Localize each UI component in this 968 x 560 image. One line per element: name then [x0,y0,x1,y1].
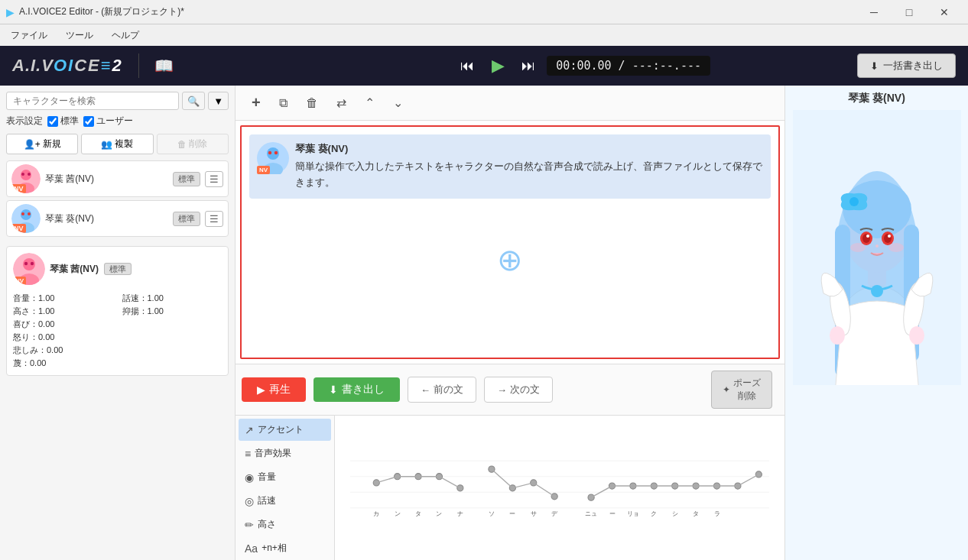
logo: A.I.VOICE≡2 [12,56,123,76]
svg-text:リョ: リョ [627,510,639,517]
character-svg [793,110,961,385]
prev-sentence-button[interactable]: ← 前の文 [408,377,476,403]
volume-tab-label: 音量 [258,471,276,484]
bottom-char-avatar: NV [13,253,45,285]
param-contempt: 蔑：0.00 [13,358,113,369]
timecode-display: 00:00.00 / ---:--.--- [547,56,710,76]
character-search-input[interactable] [6,92,179,110]
pause-label: ポーズ削除 [733,377,761,403]
svg-text:ー: ー [509,510,515,517]
add-line-button[interactable]: + [245,90,268,115]
add-script-line-button[interactable]: ⊕ [495,244,525,275]
move-down-button[interactable]: ⌄ [386,92,410,114]
maximize-button[interactable]: □ [892,0,927,24]
param-volume: 音量：1.00 [13,293,113,304]
script-area[interactable]: NV 琴葉 葵(NV) 簡単な操作で入力したテキストをキャラクターの自然な音声合… [240,125,780,359]
titlebar-controls: ─ □ ✕ [856,0,962,24]
export-line-button[interactable]: ⇄ [330,92,353,114]
batch-export-button[interactable]: ⬇ 一括書き出し [857,53,956,78]
character-display-name: 琴葉 葵(NV) [848,92,905,105]
play-transport-button[interactable]: ▶ [486,53,510,78]
trash-icon: 🗑 [177,139,187,150]
tab-phoneme[interactable]: Aa +n+相 [239,537,331,559]
prev-label: 前の文 [434,383,463,397]
titlebar: ▶ A.I.VOICE2 Editor - (新規プロジェクト)* ─ □ ✕ [0,0,968,24]
dropdown-button[interactable]: ▼ [208,92,229,110]
script-line-text-0[interactable]: 簡単な操作で入力したテキストをキャラクターの自然な音声合成で読み上げ、音声ファイ… [295,159,763,191]
write-button[interactable]: ⬇ 書き出し [313,377,400,402]
param-anger2 [122,332,223,343]
sound-effect-icon: ≡ [245,448,251,460]
copy-line-button[interactable]: ⧉ [272,92,294,114]
svg-text:ニュ: ニュ [585,510,597,517]
tab-volume[interactable]: ◉ 音量 [239,466,331,488]
tab-speed[interactable]: ◎ 話速 [239,490,331,512]
pitch-tab-label: 高さ [258,518,276,531]
bottom-char-name-container: 琴葉 茜(NV) 標準 [50,263,132,276]
close-button[interactable]: ✕ [927,0,962,24]
script-line-char-0: 琴葉 葵(NV) [295,142,763,156]
bottom-char-header: NV 琴葉 茜(NV) 標準 [13,253,222,285]
svg-text:ン: ン [436,510,442,517]
character-badge-aoi: 標準 [173,212,200,226]
user-checkbox[interactable] [83,116,94,127]
new-character-button[interactable]: 👤+ 新規 [6,134,78,154]
character-settings-aoi[interactable]: ☰ [205,211,223,227]
menu-tools[interactable]: ツール [58,27,101,44]
character-item-akane[interactable]: NV 琴葉 茜(NV) 標準 ☰ [6,160,229,197]
delete-character-button[interactable]: 🗑 削除 [157,134,229,154]
svg-point-13 [24,262,28,265]
svg-point-9 [28,212,31,215]
svg-point-28 [457,485,463,491]
speed-tab-label: 話速 [258,494,276,507]
user-checkbox-label[interactable]: ユーザー [83,115,133,128]
phoneme-icon: Aa [245,542,258,555]
next-sentence-button[interactable]: → 次の文 [484,377,553,403]
sidebar: 🔍 ▼ 表示設定 標準 ユーザー 👤+ 新規 👥 複製 [0,86,236,560]
bottom-char-badge: 標準 [104,263,132,275]
param-sadness2 [122,345,223,356]
menu-help[interactable]: ヘルプ [104,27,147,44]
delete-line-button[interactable]: 🗑 [299,92,325,114]
pitch-icon: ✏ [245,519,254,531]
book-icon[interactable]: 📖 [154,57,174,75]
accent-tab-label: アクセント [258,423,304,436]
write-label: 書き出し [342,383,385,397]
tab-accent[interactable]: ↗ アクセント [239,419,331,441]
character-item-aoi[interactable]: NV 琴葉 葵(NV) 標準 ☰ [6,200,229,237]
svg-point-19 [274,151,278,154]
param-pitch: 高さ：1.00 [13,306,113,317]
svg-point-8 [21,212,24,215]
svg-text:ナ: ナ [457,510,463,517]
character-settings-akane[interactable]: ☰ [205,171,223,187]
sound-effect-tab-label: 音声効果 [255,447,291,460]
playback-controls: ▶ 再生 ⬇ 書き出し ← 前の文 → 次の文 ✦ ポーズ削除 [236,364,784,415]
script-line-avatar-0: NV [257,142,289,174]
tab-sound-effect[interactable]: ≡ 音声効果 [239,442,331,465]
tab-pitch[interactable]: ✏ 高さ [239,513,331,536]
copy-person-icon: 👥 [101,139,112,150]
nv-badge-akane: NV [11,184,26,193]
standard-checkbox[interactable] [47,116,58,127]
menu-file[interactable]: ファイル [3,27,55,44]
bottom-char-name: 琴葉 茜(NV) [50,264,99,274]
character-params-panel: NV 琴葉 茜(NV) 標準 音量：1.00 話速：1.00 高さ：1.00 抑… [6,246,229,376]
svg-point-81 [850,243,866,252]
character-illustration [793,110,961,385]
display-settings-row: 表示設定 標準 ユーザー [6,115,229,128]
standard-checkbox-label[interactable]: 標準 [47,115,79,128]
search-button[interactable]: 🔍 [182,92,205,110]
move-up-button[interactable]: ⌃ [358,92,382,114]
skip-back-button[interactable]: ⏮ [455,53,479,78]
pause-delete-button[interactable]: ✦ ポーズ削除 [711,371,772,409]
phoneme-display: カ ン タ ン ナ ソ ー サ デ [335,416,784,560]
script-line-0[interactable]: NV 琴葉 葵(NV) 簡単な操作で入力したテキストをキャラクターの自然な音声合… [249,134,771,199]
play-button[interactable]: ▶ 再生 [242,377,306,402]
minimize-button[interactable]: ─ [856,0,892,24]
bottom-nv-badge: NV [13,277,26,285]
param-anger: 怒り：0.00 [13,332,113,343]
skip-forward-button[interactable]: ⏭ [516,53,541,78]
copy-character-button[interactable]: 👥 複製 [81,134,153,154]
character-display-panel: 琴葉 葵(NV) [784,86,968,560]
svg-text:ラ: ラ [714,510,720,517]
